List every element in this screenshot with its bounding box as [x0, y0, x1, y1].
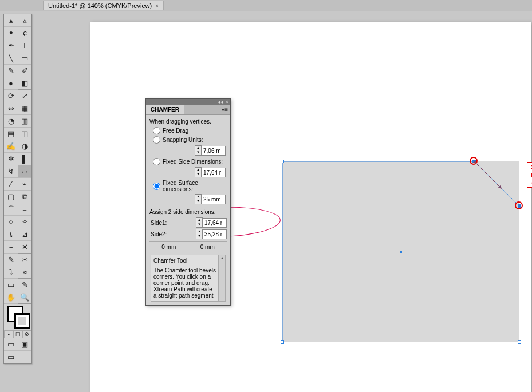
- plugin-tool-8[interactable]: ≡: [18, 203, 31, 216]
- blend-tool[interactable]: ◑: [18, 140, 31, 153]
- line-tool[interactable]: ╲: [4, 52, 18, 65]
- plugin-tool-17[interactable]: ▭: [4, 279, 18, 291]
- canvas-area[interactable]: 25,000 mm -45,000° ××: [39, 11, 532, 392]
- plugin-tool-6[interactable]: ⧉: [18, 191, 31, 203]
- plugin-tool-2[interactable]: ▱: [18, 165, 31, 178]
- plugin-tool-16[interactable]: ≈: [18, 266, 31, 279]
- zoom-tool[interactable]: 🔍: [18, 291, 31, 304]
- lasso-tool[interactable]: ɕ: [18, 27, 31, 39]
- side1-stepper[interactable]: ▲▼: [196, 217, 203, 228]
- free-transform-tool[interactable]: ▦: [18, 102, 31, 115]
- plugin-tool-1[interactable]: ↯: [4, 165, 18, 178]
- radio-free-drag-input[interactable]: [153, 127, 160, 134]
- rotate-tool[interactable]: ⟳: [4, 90, 18, 102]
- status-right: 0 mm: [188, 242, 227, 252]
- direct-selection-tool[interactable]: ▵: [18, 14, 31, 27]
- snapping-stepper[interactable]: ▲▼: [195, 145, 202, 156]
- assign-label: Assign 2 side dimensions.: [149, 207, 227, 215]
- radio-fixed-side-input[interactable]: [153, 158, 160, 165]
- perspective-grid-tool[interactable]: ▥: [18, 115, 31, 128]
- plugin-tool-15[interactable]: ⤵: [4, 266, 18, 279]
- plugin-tool-14[interactable]: ✕: [18, 241, 31, 254]
- radio-snapping-input[interactable]: [153, 136, 160, 144]
- snapping-value-input[interactable]: [202, 146, 226, 156]
- close-tab-icon[interactable]: ×: [155, 3, 159, 9]
- anchor-top-left[interactable]: [281, 160, 284, 163]
- radio-fixed-surface[interactable]: Fixed Surface dimensions:: [149, 180, 227, 192]
- artboard-tool[interactable]: ✎: [4, 254, 18, 266]
- panel-grip[interactable]: ◂◂ ×: [146, 99, 230, 105]
- help-title: Chamfer Tool: [153, 258, 223, 264]
- pencil-tool[interactable]: ✐: [18, 65, 31, 77]
- side2-value-input[interactable]: [203, 229, 227, 239]
- plugin-tool-18[interactable]: ✎: [18, 279, 31, 291]
- side2-label: Side2:: [149, 231, 172, 237]
- gradient-mode[interactable]: ◫: [13, 330, 22, 338]
- side1-label: Side1:: [149, 220, 172, 226]
- document-tab-bar: Untitled-1* @ 140% (CMYK/Preview) ×: [0, 0, 532, 11]
- shape-center-point: [400, 251, 402, 253]
- symbol-sprayer-tool[interactable]: ✲: [4, 153, 18, 165]
- eyedropper-tool[interactable]: ✍: [4, 140, 18, 153]
- fixed-side-value-input[interactable]: [202, 168, 226, 177]
- hand-tool[interactable]: ✋: [4, 291, 18, 304]
- slice-tool[interactable]: ✂: [18, 254, 31, 266]
- draw-mode-normal[interactable]: ▭: [4, 338, 18, 351]
- plugin-tool-11[interactable]: ⤹: [4, 228, 18, 241]
- panel-menu-icon[interactable]: ▾≡: [219, 106, 230, 113]
- chamfer-panel: ◂◂ × CHAMFER ▾≡ When dragging vertices. …: [145, 98, 231, 306]
- measurement-readout: 25,000 mm -45,000°: [527, 162, 532, 188]
- status-left: 0 mm: [149, 242, 188, 252]
- draw-mode-behind[interactable]: ▣: [18, 338, 31, 351]
- type-tool[interactable]: T: [18, 39, 31, 52]
- chamfer-drag-indicator: [472, 159, 523, 211]
- rectangle-tool[interactable]: ▭: [18, 52, 31, 65]
- panel-close-icon[interactable]: ×: [226, 99, 228, 105]
- fixed-side-stepper[interactable]: ▲▼: [195, 167, 202, 177]
- radio-fixed-side[interactable]: Fixed Side Dimensions:: [149, 158, 227, 165]
- screen-mode[interactable]: ▭: [4, 351, 18, 363]
- paintbrush-tool[interactable]: ✎: [4, 65, 18, 77]
- graph-tool[interactable]: ▌: [18, 153, 31, 165]
- scale-tool[interactable]: ⤢: [18, 90, 31, 102]
- chamfer-tab[interactable]: CHAMFER: [146, 105, 184, 114]
- plugin-tool-9[interactable]: ○: [4, 216, 18, 228]
- radio-free-drag[interactable]: Free Drag: [149, 127, 227, 134]
- help-box: Chamfer Tool The Chamfer tool bevels cor…: [151, 255, 226, 302]
- fixed-surface-value-input[interactable]: [202, 195, 226, 204]
- width-tool[interactable]: ⇔: [4, 102, 18, 115]
- toolbox-panel: ▴▵ ✦ɕ ✒T ╲▭ ✎✐ ●◧ ⟳⤢ ⇔▦ ◔▥ ▤◫ ✍◑ ✲▌ ↯▱ ∕…: [3, 14, 32, 364]
- anchor-bottom-right[interactable]: [518, 340, 521, 344]
- plugin-tool-12[interactable]: ⊿: [18, 228, 31, 241]
- fixed-surface-stepper[interactable]: ▲▼: [195, 194, 202, 204]
- none-mode[interactable]: ⊘: [22, 330, 31, 338]
- pen-tool[interactable]: ✒: [4, 39, 18, 52]
- document-tab[interactable]: Untitled-1* @ 140% (CMYK/Preview) ×: [43, 1, 164, 10]
- radio-snapping[interactable]: Snapping Units:: [149, 136, 227, 144]
- color-mode[interactable]: ▪: [4, 330, 13, 338]
- side2-stepper[interactable]: ▲▼: [196, 229, 203, 239]
- fill-stroke-swatch[interactable]: [4, 304, 33, 330]
- radio-fixed-surface-input[interactable]: [153, 183, 160, 190]
- eraser-tool[interactable]: ◧: [18, 77, 31, 90]
- document-title: Untitled-1* @ 140% (CMYK/Preview): [48, 2, 152, 9]
- gradient-tool[interactable]: ◫: [18, 128, 31, 140]
- panel-collapse-icon[interactable]: ◂◂: [218, 99, 223, 105]
- blob-brush-tool[interactable]: ●: [4, 77, 18, 90]
- selection-tool[interactable]: ▴: [4, 14, 18, 27]
- shape-builder-tool[interactable]: ◔: [4, 115, 18, 128]
- svg-line-1: [475, 163, 501, 188]
- side1-value-input[interactable]: [203, 218, 227, 228]
- magic-wand-tool[interactable]: ✦: [4, 27, 18, 39]
- plugin-tool-7[interactable]: ⌒: [4, 203, 18, 216]
- plugin-tool-4[interactable]: ⌁: [18, 178, 31, 191]
- mesh-tool[interactable]: ▤: [4, 128, 18, 140]
- plugin-tool-5[interactable]: ▢: [4, 191, 18, 203]
- anchor-bottom-left[interactable]: [281, 340, 284, 344]
- plugin-tool-3[interactable]: ∕: [4, 178, 18, 191]
- help-scrollbar[interactable]: ▴: [218, 255, 225, 301]
- status-row: 0 mm 0 mm: [149, 241, 227, 252]
- panel-intro-text: When dragging vertices.: [149, 118, 227, 125]
- plugin-tool-13[interactable]: ⌢: [4, 241, 18, 254]
- plugin-tool-10[interactable]: ✧: [18, 216, 31, 228]
